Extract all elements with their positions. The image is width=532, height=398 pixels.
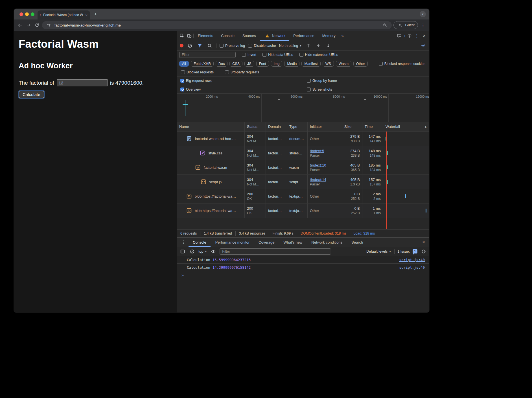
network-settings-icon[interactable] xyxy=(420,42,426,49)
request-row[interactable]: factorial-wasm-ad-hoc-… 304Not M… factor… xyxy=(177,132,429,146)
hide-extension-urls-checkbox[interactable]: Hide extension URLs xyxy=(299,53,338,57)
site-settings-icon[interactable] xyxy=(45,22,52,29)
column-type[interactable]: Type xyxy=(287,122,308,131)
column-waterfall[interactable]: Waterfall▲ xyxy=(383,122,429,131)
console-log[interactable]: Calculation 15.599999964237213 script.js… xyxy=(177,256,429,313)
column-initiator[interactable]: Initiator xyxy=(308,122,342,131)
group-by-frame-checkbox[interactable]: Group by frame xyxy=(307,79,337,83)
devtools-settings-icon[interactable] xyxy=(406,32,413,39)
filter-chip-css[interactable]: CSS xyxy=(229,61,242,67)
request-row[interactable]: script.js 304Not M… factori… script (ind… xyxy=(177,175,429,189)
big-request-rows-checkbox[interactable]: Big request rows xyxy=(180,79,212,83)
console-prompt[interactable]: > xyxy=(177,271,429,279)
console-context-select[interactable]: top▼ xyxy=(198,250,207,253)
maximize-window-button[interactable] xyxy=(31,12,34,16)
browser-tab[interactable]: ! Factorial Wasm (ad hoc Work × xyxy=(38,10,90,19)
factorial-input[interactable] xyxy=(57,79,108,86)
drawer-tab-network-conditions[interactable]: Network conditions xyxy=(307,238,347,247)
blocked-requests-checkbox[interactable]: Blocked requests xyxy=(181,70,214,74)
column-time[interactable]: Time xyxy=(362,122,383,131)
tab-console[interactable]: Console xyxy=(217,31,238,41)
clear-console-icon[interactable] xyxy=(189,248,196,255)
filter-chip-doc[interactable]: Doc xyxy=(216,61,227,67)
initiator-link[interactable]: (index):5 xyxy=(310,149,340,153)
preserve-log-checkbox[interactable]: Preserve log xyxy=(220,44,245,48)
reload-icon[interactable] xyxy=(34,22,40,29)
live-expression-eye-icon[interactable] xyxy=(210,248,217,255)
column-domain[interactable]: Domain xyxy=(266,122,287,131)
third-party-requests-checkbox[interactable]: 3rd-party requests xyxy=(225,70,259,74)
request-row[interactable]: blob:https://factorial-wa… 200OK factori… xyxy=(177,204,429,218)
drawer-close-icon[interactable]: × xyxy=(420,239,427,246)
filter-chip-all[interactable]: All xyxy=(179,61,189,67)
calculate-button[interactable]: Calculate xyxy=(19,91,44,98)
filter-chip-manifest[interactable]: Manifest xyxy=(301,61,320,67)
forward-icon[interactable] xyxy=(25,22,32,29)
filter-chip-fetch-xhr[interactable]: Fetch/XHR xyxy=(191,61,214,67)
clear-network-log-icon[interactable] xyxy=(187,42,193,49)
drawer-menu-icon[interactable]: ⋮ xyxy=(179,240,188,245)
filter-chip-ws[interactable]: WS xyxy=(323,61,334,67)
filter-chip-wasm[interactable]: Wasm xyxy=(336,61,351,67)
zoom-icon[interactable] xyxy=(382,22,388,29)
drawer-tab-coverage[interactable]: Coverage xyxy=(254,238,279,247)
tab-search-button[interactable]: ▾ xyxy=(420,11,426,17)
request-row[interactable]: WAfactorial.wasm 304Not M… factori… wasm… xyxy=(177,160,429,175)
filter-chip-other[interactable]: Other xyxy=(353,61,368,67)
screenshots-checkbox[interactable]: Screenshots xyxy=(307,88,332,91)
devtools-close-icon[interactable]: × xyxy=(421,32,428,39)
filter-chip-js[interactable]: JS xyxy=(244,61,254,67)
console-sidebar-icon[interactable] xyxy=(179,248,186,255)
tab-close-icon[interactable]: × xyxy=(85,13,87,17)
initiator-link[interactable]: (index):10 xyxy=(310,163,340,167)
invert-checkbox[interactable]: Invert xyxy=(242,53,256,57)
tab-elements[interactable]: Elements xyxy=(194,31,217,41)
filter-chip-font[interactable]: Font xyxy=(256,61,269,67)
filter-chip-img[interactable]: Img xyxy=(271,61,283,67)
tab-network[interactable]: Network xyxy=(260,31,289,41)
search-icon[interactable] xyxy=(206,42,213,49)
device-toolbar-icon[interactable] xyxy=(186,32,193,39)
console-filter-input[interactable] xyxy=(220,248,331,255)
network-conditions-icon[interactable] xyxy=(305,42,312,49)
new-tab-button[interactable]: + xyxy=(94,11,97,17)
throttling-select[interactable]: No throttling▼ xyxy=(279,44,302,48)
disable-cache-checkbox[interactable]: Disable cache xyxy=(248,44,276,48)
tab-memory[interactable]: Memory xyxy=(319,31,339,41)
filter-chip-media[interactable]: Media xyxy=(284,61,299,67)
source-link[interactable]: script.js:40 xyxy=(399,265,425,270)
more-tabs-icon[interactable]: » xyxy=(340,33,345,38)
drawer-tab-whats-new[interactable]: What's new xyxy=(279,238,306,247)
tab-performance[interactable]: Performance xyxy=(290,31,318,41)
source-link[interactable]: script.js:40 xyxy=(399,258,425,262)
column-status[interactable]: Status xyxy=(245,122,266,131)
column-size[interactable]: Size xyxy=(342,122,362,131)
drawer-tab-console[interactable]: Console xyxy=(189,238,211,247)
tab-sources[interactable]: Sources xyxy=(239,31,260,41)
import-har-icon[interactable] xyxy=(315,42,322,49)
console-messages-icon[interactable] xyxy=(396,32,403,39)
devtools-menu-icon[interactable]: ⋮ xyxy=(413,32,420,39)
profile-button[interactable]: Guest xyxy=(393,21,418,29)
export-har-icon[interactable] xyxy=(325,42,332,49)
request-row[interactable]: blob:https://factorial-wa… 200OK factori… xyxy=(177,189,429,204)
drawer-tab-search[interactable]: Search xyxy=(347,238,367,247)
minimize-window-button[interactable] xyxy=(25,12,29,16)
console-levels-select[interactable]: Default levels▼ xyxy=(366,250,391,253)
issues-count-icon[interactable]: 1 xyxy=(413,249,417,253)
console-settings-icon[interactable] xyxy=(420,248,427,255)
overview-checkbox[interactable]: Overview xyxy=(180,88,201,91)
back-icon[interactable] xyxy=(17,22,23,29)
network-overview[interactable]: 2000 ms4000 ms6000 ms8000 ms10000 ms1200… xyxy=(177,94,429,122)
hide-data-urls-checkbox[interactable]: Hide data URLs xyxy=(262,53,293,57)
inspect-element-icon[interactable] xyxy=(179,32,185,39)
browser-menu-icon[interactable]: ⋮ xyxy=(420,22,426,29)
issues-label[interactable]: 1 Issue: xyxy=(397,250,410,253)
close-window-button[interactable] xyxy=(19,12,23,16)
blocked-response-cookies-checkbox[interactable]: Blocked response cookies xyxy=(379,62,427,66)
filter-icon[interactable] xyxy=(196,42,203,49)
network-filter-input[interactable] xyxy=(179,52,236,58)
column-name[interactable]: Name xyxy=(177,122,245,131)
request-row[interactable]: style.css 304Not M… factori… styles… (in… xyxy=(177,146,429,160)
record-network-log-button[interactable] xyxy=(180,44,183,47)
